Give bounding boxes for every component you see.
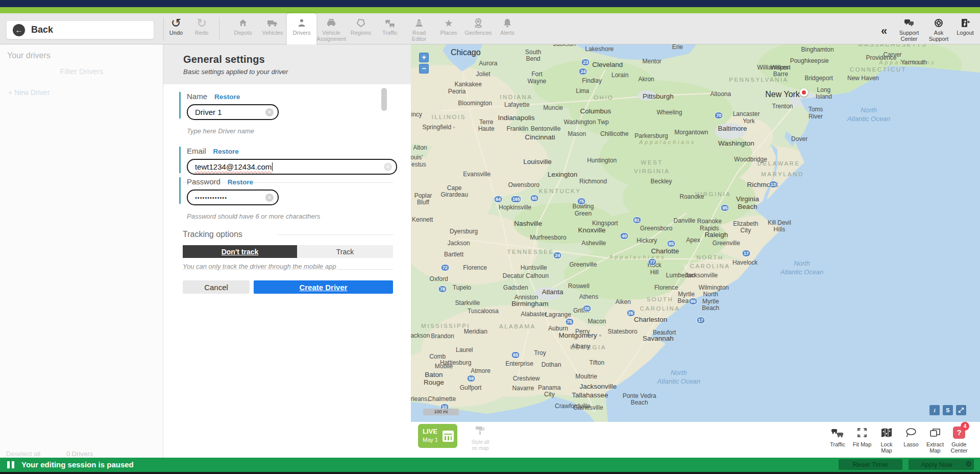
map-tool-lasso[interactable]: Lasso [898,426,924,447]
toolbar-item-regions[interactable]: Regions [346,13,376,44]
top-accent-bar [0,7,980,13]
top-navy-bar [0,0,980,7]
pause-icon[interactable] [7,461,15,468]
map-zoom-out-button[interactable]: − [419,64,429,74]
create-driver-label: Create Driver [299,283,347,292]
name-label: Name [187,92,207,101]
map-fullscreen-button[interactable] [956,405,966,415]
driver-location-marker[interactable] [800,88,808,97]
ask-support-button[interactable]: Ask Support [924,13,953,44]
map-info-button[interactable]: i [929,405,940,415]
collapse-toolbar-icon[interactable]: « [881,25,887,38]
polygon-icon [356,17,366,29]
lock-map-icon [873,426,900,439]
toolbar-separator [219,17,219,40]
map-scale-label: 100 mi [423,409,459,415]
live-date-badge[interactable]: LIVE May 1 [418,424,457,448]
toolbar-item-vehicle-assignment[interactable]: Vehicle Assignment [316,13,346,44]
tracking-rule [277,234,394,235]
password-field-group: PasswordRestore ••••••••••••• ✕ Password… [179,177,394,220]
guide-center-icon: ? 4 [946,426,972,439]
name-restore-link[interactable]: Restore [214,93,240,101]
support-center-button[interactable]: Support Center [894,13,924,44]
map-tool-guide-center[interactable]: ? 4 Guide Center [946,426,972,454]
password-label: Password [187,177,220,186]
traffic-icon [824,426,851,439]
email-restore-link[interactable]: Restore [213,148,239,155]
question-glyph: ? [957,428,961,437]
map-bottom-bar: LIVE May 1 Style all on map Traffic Fit … [411,422,980,458]
redo-label: Redo [195,30,208,36]
deselect-all-link[interactable]: Deselect all [6,450,40,458]
extract-map-icon [922,426,948,439]
form-subtitle: Basic settings applied to your driver [183,68,411,76]
traffic-icon [384,17,396,29]
reset-timer-button[interactable]: Reset Timer [839,459,902,470]
driver-count-label: 0 Drivers [66,450,93,458]
password-helper-text: Password should have 6 or more characthe… [187,212,394,220]
password-input[interactable]: ••••••••••••• ✕ [187,189,279,205]
dont-track-option[interactable]: Don't track [183,245,297,258]
toolbar-item-places[interactable]: ★ Places [434,13,463,44]
paint-roller-icon [475,425,486,435]
map-tool-extract-map[interactable]: Extract Map [922,426,948,454]
drivers-sidebar: Your drivers Filter Drivers + New Driver… [0,44,163,458]
clear-password-icon[interactable]: ✕ [265,194,274,202]
password-value: ••••••••••••• [195,195,227,201]
toolbar-item-geofences[interactable]: Geofences [463,13,493,44]
redo-icon: ↻ [197,17,207,29]
redo-button[interactable]: ↻ Redo [187,13,216,44]
cancel-button[interactable]: Cancel [183,280,250,294]
sidebar-title: Your drivers [7,51,51,60]
map-canvas[interactable]: ILLINOISINDIANAOHIOPENNSYLVANIAMASSACHUS… [411,44,980,422]
clear-email-icon[interactable]: ✕ [384,163,392,171]
email-value: tewt1234@12434.com [195,162,272,171]
clear-name-icon[interactable]: ✕ [265,108,274,116]
map-tool-traffic[interactable]: Traffic [824,426,851,447]
map-style-button[interactable]: S [943,405,953,415]
name-input[interactable]: Driver 1 ✕ [187,104,279,120]
email-label: Email [187,147,206,155]
email-field-group: EmailRestore tewt1234@12434.com ✕ [179,147,401,175]
password-restore-link[interactable]: Restore [228,178,253,186]
bell-icon [502,17,512,29]
filter-drivers-input[interactable]: Filter Drivers [0,67,163,76]
editing-session-bar: Your editing session is paused Reset Tim… [0,458,980,472]
back-button-label: Back [31,25,53,35]
name-field-group: NameRestore Driver 1 ✕ Type here Driver … [179,92,394,135]
toolbar-item-depots[interactable]: Depots [228,13,258,44]
guide-center-badge: 4 [961,422,969,431]
tracking-options-group: Tracking options Don't track Track You c… [183,230,393,239]
form-scrollbar-thumb[interactable] [381,88,387,111]
undo-icon: ↺ [171,17,181,29]
toolbar-item-traffic[interactable]: Traffic [375,13,405,44]
map-tool-lock-map[interactable]: Lock Map [873,426,900,454]
track-option[interactable]: Track [297,245,393,258]
style-all-on-map-button[interactable]: Style all on map [466,425,495,451]
app-window: ← Back ↺ Undo ↻ Redo Depots Vehicles Dri… [0,0,980,474]
form-header: General settings Basic settings applied … [163,44,411,84]
new-driver-link[interactable]: + New Driver [8,88,50,97]
logout-icon [960,17,970,29]
tracking-toggle: Don't track Track [183,245,393,258]
toolbar-item-road-editor[interactable]: Road Editor [404,13,434,44]
toolbar-item-drivers[interactable]: Drivers [287,13,316,44]
map-tool-fit-map[interactable]: Fit Map [849,426,875,447]
lifering-icon [934,17,944,29]
field-accent-bar [179,177,181,204]
field-accent-bar [179,147,181,173]
back-button[interactable]: ← Back [6,20,154,39]
map-zoom-in-button[interactable]: + [419,53,429,62]
style-all-label: Style all on map [466,439,495,451]
text-caret [272,162,273,171]
create-driver-button[interactable]: Create Driver [254,280,393,294]
logout-button[interactable]: Logout [950,13,980,44]
toolbar-item-vehicles[interactable]: Vehicles [258,13,287,44]
toolbar-item-alerts[interactable]: Alerts [493,13,522,44]
email-input[interactable]: tewt1234@12434.com ✕ [187,159,397,175]
name-value: Driver 1 [195,108,222,116]
gear-icon: ⚙ [965,460,972,468]
lasso-icon [898,426,924,439]
apply-now-button[interactable]: Apply Now ⚙ [909,459,974,470]
driver-form-panel: General settings Basic settings applied … [163,44,411,458]
